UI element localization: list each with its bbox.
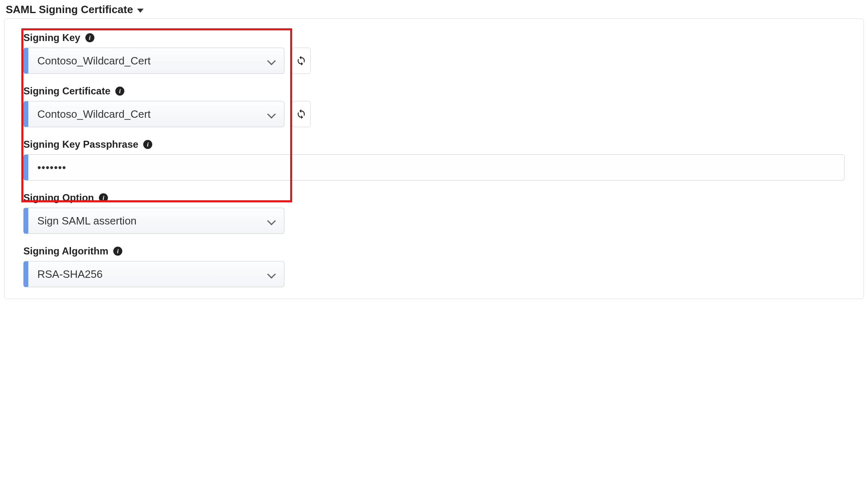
info-icon[interactable]: i <box>143 140 152 149</box>
signing-algorithm-value: RSA-SHA256 <box>37 268 103 281</box>
info-icon[interactable]: i <box>113 247 122 256</box>
chevron-down-icon <box>268 57 275 64</box>
section-toggle[interactable]: SAML Signing Certificate <box>4 3 864 16</box>
signing-algorithm-label: Signing Algorithm <box>23 245 108 257</box>
signing-algorithm-select[interactable]: RSA-SHA256 <box>23 261 284 287</box>
signing-passphrase-label: Signing Key Passphrase <box>23 139 138 150</box>
chevron-down-icon <box>268 217 275 224</box>
info-icon[interactable]: i <box>85 33 94 42</box>
chevron-down-icon <box>268 270 275 278</box>
chevron-down-icon <box>268 110 275 118</box>
signing-option-select[interactable]: Sign SAML assertion <box>23 208 284 234</box>
saml-signing-panel: Signing Key i Contoso_Wildcard_Cert Sign… <box>4 18 864 299</box>
signing-cert-value: Contoso_Wildcard_Cert <box>37 108 151 121</box>
refresh-icon <box>296 109 307 119</box>
signing-option-label: Signing Option <box>23 192 94 204</box>
signing-option-value: Sign SAML assertion <box>37 215 137 227</box>
refresh-signing-key-button[interactable] <box>292 48 311 74</box>
signing-passphrase-input[interactable]: ••••••• <box>23 154 845 181</box>
signing-cert-label: Signing Certificate <box>23 85 110 97</box>
signing-key-label: Signing Key <box>23 32 80 43</box>
refresh-icon <box>296 55 307 66</box>
info-icon[interactable]: i <box>99 193 108 202</box>
signing-key-value: Contoso_Wildcard_Cert <box>37 55 151 67</box>
signing-key-select[interactable]: Contoso_Wildcard_Cert <box>23 48 284 74</box>
signing-passphrase-value: ••••••• <box>37 161 66 174</box>
info-icon[interactable]: i <box>115 87 124 96</box>
refresh-signing-cert-button[interactable] <box>292 101 311 127</box>
signing-cert-select[interactable]: Contoso_Wildcard_Cert <box>23 101 284 127</box>
caret-down-icon <box>137 9 144 13</box>
section-title: SAML Signing Certificate <box>6 3 133 16</box>
